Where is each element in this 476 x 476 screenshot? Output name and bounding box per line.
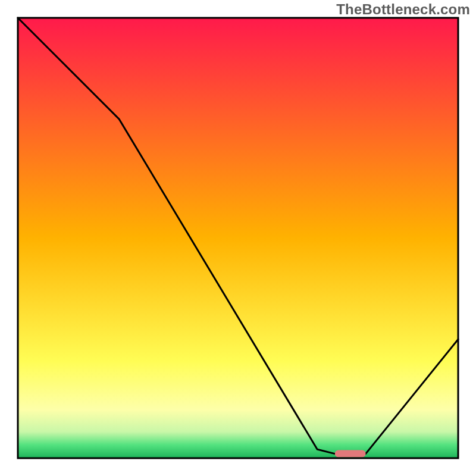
watermark-text: TheBottleneck.com xyxy=(336,1,470,18)
optimal-range-marker xyxy=(335,450,366,458)
bottleneck-chart: TheBottleneck.com xyxy=(0,0,476,476)
chart-svg xyxy=(0,0,476,476)
